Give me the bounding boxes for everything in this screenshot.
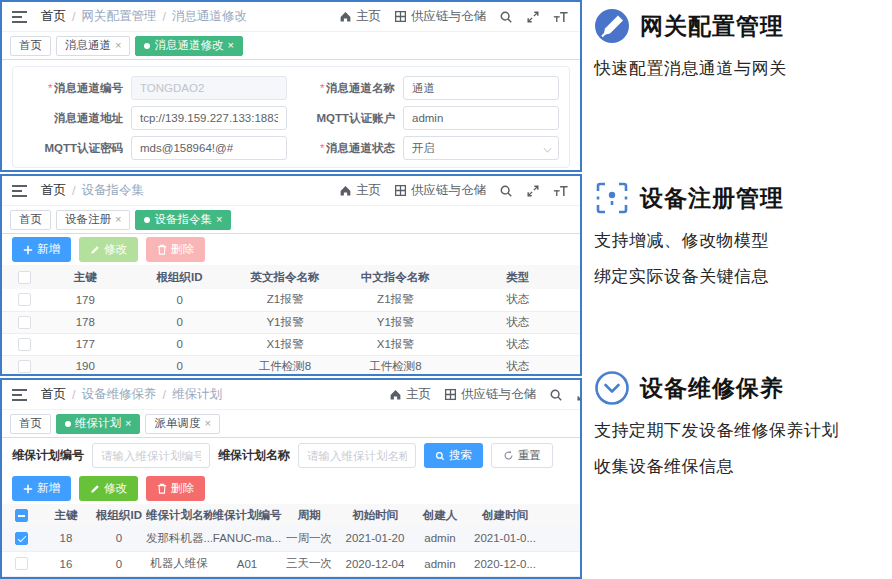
table-cell: FANUC-ma...	[212, 526, 282, 551]
home-link-label: 主页	[356, 182, 381, 199]
supply-chain-link[interactable]: 供应链与仓储	[394, 182, 486, 199]
feature-device-register: 设备注册管理 支持增减、修改物模型 绑定实际设备关键信息	[594, 180, 888, 288]
search-label-plan-code: 维保计划编号	[12, 447, 84, 464]
home-link[interactable]: 主页	[389, 386, 431, 403]
row-checkbox[interactable]	[18, 360, 31, 373]
tab-close-icon[interactable]: ×	[227, 40, 233, 51]
select-all-checkbox[interactable]	[15, 509, 28, 522]
edit-button[interactable]: 修改	[79, 237, 138, 262]
font-size-icon[interactable]	[553, 10, 568, 24]
supply-chain-link[interactable]: 供应链与仓储	[444, 386, 536, 403]
row-checkbox[interactable]	[18, 293, 31, 306]
search-icon[interactable]	[549, 388, 563, 402]
channel-status-select[interactable]	[403, 136, 559, 160]
delete-button-label: 删除	[171, 481, 194, 496]
table-cell: Y1报警	[235, 311, 335, 333]
select-all-checkbox[interactable]	[18, 271, 31, 284]
chevron-circle-icon	[594, 370, 630, 406]
supply-chain-link[interactable]: 供应链与仓储	[394, 8, 486, 25]
fullscreen-icon[interactable]	[526, 10, 540, 24]
row-checkbox[interactable]	[15, 532, 28, 545]
tab-close-icon[interactable]: ×	[216, 214, 222, 225]
table-row[interactable]: 16 0 机器人维保 A01 三天一次 2020-12-04 admin 202…	[2, 551, 580, 576]
channel-name-input[interactable]	[403, 76, 559, 100]
sidebar-toggle-icon[interactable]	[12, 185, 27, 197]
tab-label: 消息通道修改	[154, 38, 223, 53]
search-icon[interactable]	[499, 10, 513, 24]
breadcrumb: 首页 / 设备指令集	[41, 182, 144, 199]
home-link[interactable]: 主页	[339, 8, 381, 25]
plan-name-input[interactable]	[298, 443, 416, 468]
table-row[interactable]: 190 0 工件检测8 工件检测8 状态	[2, 355, 580, 376]
search-button[interactable]: 搜索	[424, 443, 483, 468]
mqtt-account-input[interactable]	[403, 106, 559, 130]
tab-home[interactable]: 首页	[10, 210, 51, 230]
table-row[interactable]: 177 0 X1报警 X1报警 状态	[2, 333, 580, 355]
channel-status-value[interactable]	[403, 136, 559, 160]
feature-line: 支持定期下发设备维修保养计划	[594, 419, 888, 442]
tags-view-bar: 首页 维保计划× 派单调度×	[2, 410, 580, 438]
mqtt-password-input[interactable]	[131, 136, 287, 160]
table-row[interactable]: 18 0 发那科机器... FANUC-ma... 一周一次 2021-01-2…	[2, 526, 580, 551]
table-cell: 0	[124, 289, 234, 311]
plan-code-input[interactable]	[92, 443, 210, 468]
breadcrumb: 首页 / 设备维修保养 / 维保计划	[41, 386, 222, 403]
add-button[interactable]: 新增	[12, 237, 71, 262]
table-cell: 18	[40, 526, 92, 551]
delete-button[interactable]: 删除	[146, 237, 205, 262]
tab-close-icon[interactable]: ×	[204, 418, 210, 429]
reset-button[interactable]: 重置	[491, 443, 553, 468]
tab-close-icon[interactable]: ×	[125, 418, 131, 429]
table-row[interactable]: 178 0 Y1报警 Y1报警 状态	[2, 311, 580, 333]
feature-line: 绑定实际设备关键信息	[594, 265, 888, 288]
table-row[interactable]: 179 0 Z1报警 Z1报警 状态	[2, 289, 580, 311]
table-cell: admin	[414, 526, 466, 551]
grid-icon	[394, 184, 407, 197]
font-size-icon[interactable]	[553, 184, 568, 198]
row-checkbox[interactable]	[18, 338, 31, 351]
tab-device-register[interactable]: 设备注册×	[56, 210, 130, 230]
breadcrumb-separator: /	[72, 388, 75, 402]
column-header: 创建人	[414, 504, 466, 526]
tab-home[interactable]: 首页	[10, 414, 51, 434]
column-header: 维保计划名称	[146, 504, 212, 526]
row-checkbox[interactable]	[15, 557, 28, 570]
breadcrumb-home[interactable]: 首页	[41, 8, 66, 25]
tab-close-icon[interactable]: ×	[115, 40, 121, 51]
row-checkbox[interactable]	[18, 316, 31, 329]
supply-chain-label: 供应链与仓储	[411, 8, 486, 25]
edit-pen-icon	[90, 484, 100, 494]
tab-close-icon[interactable]: ×	[115, 214, 121, 225]
breadcrumb-separator: /	[72, 184, 75, 198]
tab-device-commands[interactable]: 设备指令集×	[135, 210, 231, 230]
breadcrumb-item[interactable]: 网关配置管理	[81, 8, 156, 25]
channel-code-input[interactable]	[131, 76, 287, 100]
tab-home[interactable]: 首页	[10, 36, 51, 56]
home-link-label: 主页	[356, 8, 381, 25]
fullscreen-icon[interactable]	[526, 184, 540, 198]
edit-button-label: 修改	[104, 242, 127, 257]
tab-message-channel[interactable]: 消息通道×	[56, 36, 130, 56]
tab-label: 首页	[19, 38, 42, 53]
add-button[interactable]: 新增	[12, 476, 71, 501]
table-cell: 一周一次	[282, 526, 336, 551]
tab-dispatch[interactable]: 派单调度×	[145, 414, 219, 434]
table-cell: 177	[46, 333, 124, 355]
sidebar-toggle-icon[interactable]	[12, 11, 27, 23]
breadcrumb-separator: /	[72, 10, 75, 24]
tab-maintenance-plan[interactable]: 维保计划×	[56, 414, 140, 434]
table-cell: X1报警	[235, 333, 335, 355]
home-link[interactable]: 主页	[339, 182, 381, 199]
screenshot-column: 首页 / 网关配置管理 / 消息通道修改 主页 供应链与仓储	[0, 0, 582, 579]
breadcrumb-home[interactable]: 首页	[41, 182, 66, 199]
breadcrumb-item[interactable]: 设备维修保养	[81, 386, 156, 403]
breadcrumb-home[interactable]: 首页	[41, 386, 66, 403]
maintenance-plan-table: 主键 根组织ID 维保计划名称 维保计划编号 周期 初始时间 创建人 创建时间	[2, 504, 580, 577]
channel-address-input[interactable]	[131, 106, 287, 130]
delete-button[interactable]: 删除	[146, 476, 205, 501]
edit-button[interactable]: 修改	[79, 476, 138, 501]
table-cell: 2020-12-0...	[466, 551, 544, 576]
search-icon[interactable]	[499, 184, 513, 198]
tab-message-channel-edit[interactable]: 消息通道修改×	[135, 36, 242, 56]
sidebar-toggle-icon[interactable]	[12, 389, 27, 401]
